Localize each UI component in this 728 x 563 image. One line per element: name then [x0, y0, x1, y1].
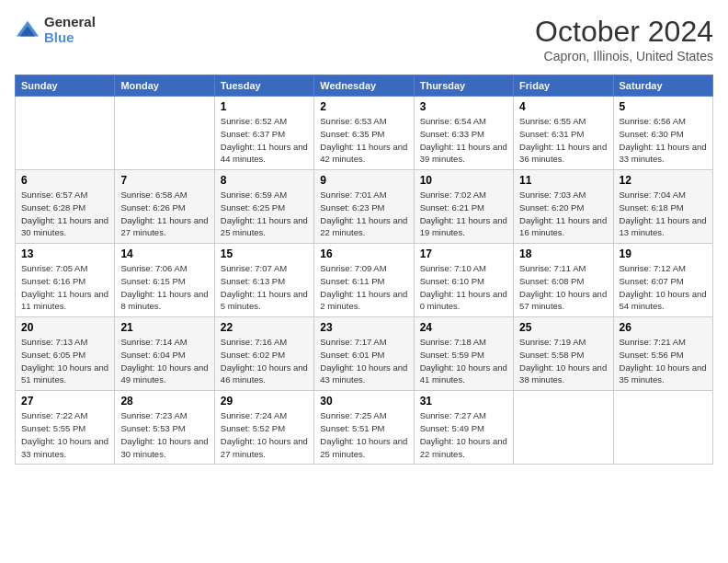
calendar-cell: 22Sunrise: 7:16 AMSunset: 6:02 PMDayligh… — [214, 317, 313, 391]
day-number: 6 — [21, 174, 108, 187]
day-info: Sunrise: 7:13 AMSunset: 6:05 PMDaylight:… — [21, 336, 108, 386]
day-info: Sunrise: 7:24 AMSunset: 5:52 PMDaylight:… — [221, 409, 308, 460]
calendar-cell: 18Sunrise: 7:11 AMSunset: 6:08 PMDayligh… — [514, 244, 613, 317]
day-number: 31 — [420, 395, 507, 408]
day-info: Sunrise: 7:05 AMSunset: 6:16 PMDaylight:… — [21, 262, 108, 313]
day-number: 16 — [320, 247, 407, 260]
day-info: Sunrise: 7:14 AMSunset: 6:04 PMDaylight:… — [120, 336, 208, 386]
day-header-monday: Monday — [115, 75, 214, 97]
page-header: General Blue October 2024 Capron, Illino… — [15, 15, 713, 63]
day-number: 2 — [320, 100, 407, 113]
day-info: Sunrise: 7:19 AMSunset: 5:58 PMDaylight:… — [519, 336, 607, 386]
month-title: October 2024 — [535, 15, 713, 49]
day-number: 27 — [21, 395, 108, 408]
day-header-saturday: Saturday — [613, 75, 712, 97]
calendar-cell: 11Sunrise: 7:03 AMSunset: 6:20 PMDayligh… — [514, 170, 613, 244]
calendar-cell — [115, 97, 214, 170]
calendar-cell: 23Sunrise: 7:17 AMSunset: 6:01 PMDayligh… — [314, 317, 414, 391]
title-block: October 2024 Capron, Illinois, United St… — [535, 15, 713, 63]
day-info: Sunrise: 7:12 AMSunset: 6:07 PMDaylight:… — [620, 262, 707, 313]
day-number: 1 — [221, 100, 308, 113]
day-number: 26 — [620, 321, 707, 334]
day-info: Sunrise: 7:23 AMSunset: 5:53 PMDaylight:… — [120, 409, 208, 460]
day-number: 4 — [519, 100, 607, 113]
day-number: 13 — [21, 247, 108, 260]
calendar-cell: 26Sunrise: 7:21 AMSunset: 5:56 PMDayligh… — [613, 317, 712, 391]
day-info: Sunrise: 6:53 AMSunset: 6:35 PMDaylight:… — [320, 115, 407, 166]
day-number: 23 — [320, 321, 407, 334]
calendar-table: SundayMondayTuesdayWednesdayThursdayFrid… — [15, 75, 713, 465]
calendar-cell: 24Sunrise: 7:18 AMSunset: 5:59 PMDayligh… — [414, 317, 513, 391]
calendar-cell — [16, 97, 115, 170]
day-info: Sunrise: 7:25 AMSunset: 5:51 PMDaylight:… — [320, 409, 407, 460]
day-info: Sunrise: 6:59 AMSunset: 6:25 PMDaylight:… — [221, 189, 308, 239]
logo-icon — [15, 17, 40, 43]
day-number: 7 — [120, 174, 208, 187]
day-number: 25 — [519, 321, 607, 334]
calendar-cell: 9Sunrise: 7:01 AMSunset: 6:23 PMDaylight… — [314, 170, 414, 244]
day-info: Sunrise: 7:22 AMSunset: 5:55 PMDaylight:… — [21, 409, 108, 460]
day-number: 3 — [420, 100, 507, 113]
calendar-cell: 28Sunrise: 7:23 AMSunset: 5:53 PMDayligh… — [115, 391, 214, 465]
day-header-friday: Friday — [514, 75, 613, 97]
day-info: Sunrise: 7:11 AMSunset: 6:08 PMDaylight:… — [519, 262, 607, 313]
day-info: Sunrise: 6:56 AMSunset: 6:30 PMDaylight:… — [620, 115, 707, 166]
day-number: 30 — [320, 395, 407, 408]
calendar-cell: 1Sunrise: 6:52 AMSunset: 6:37 PMDaylight… — [214, 97, 313, 170]
day-info: Sunrise: 6:54 AMSunset: 6:33 PMDaylight:… — [420, 115, 507, 166]
day-number: 9 — [320, 174, 407, 187]
day-info: Sunrise: 7:17 AMSunset: 6:01 PMDaylight:… — [320, 336, 407, 386]
calendar-cell: 30Sunrise: 7:25 AMSunset: 5:51 PMDayligh… — [314, 391, 414, 465]
logo-blue: Blue — [44, 30, 96, 46]
calendar-week-row: 6Sunrise: 6:57 AMSunset: 6:28 PMDaylight… — [16, 170, 713, 244]
calendar-cell: 17Sunrise: 7:10 AMSunset: 6:10 PMDayligh… — [414, 244, 513, 317]
calendar-cell: 31Sunrise: 7:27 AMSunset: 5:49 PMDayligh… — [414, 391, 513, 465]
day-number: 11 — [519, 174, 607, 187]
calendar-week-row: 1Sunrise: 6:52 AMSunset: 6:37 PMDaylight… — [16, 97, 713, 170]
location: Capron, Illinois, United States — [535, 49, 713, 63]
calendar-cell: 10Sunrise: 7:02 AMSunset: 6:21 PMDayligh… — [414, 170, 513, 244]
day-info: Sunrise: 7:02 AMSunset: 6:21 PMDaylight:… — [420, 189, 507, 239]
day-number: 19 — [620, 247, 707, 260]
day-info: Sunrise: 7:21 AMSunset: 5:56 PMDaylight:… — [620, 336, 707, 386]
day-number: 29 — [221, 395, 308, 408]
calendar-cell: 5Sunrise: 6:56 AMSunset: 6:30 PMDaylight… — [613, 97, 712, 170]
calendar-cell: 14Sunrise: 7:06 AMSunset: 6:15 PMDayligh… — [115, 244, 214, 317]
day-number: 18 — [519, 247, 607, 260]
day-number: 28 — [120, 395, 208, 408]
day-info: Sunrise: 6:55 AMSunset: 6:31 PMDaylight:… — [519, 115, 607, 166]
logo: General Blue — [15, 15, 96, 45]
calendar-cell: 27Sunrise: 7:22 AMSunset: 5:55 PMDayligh… — [16, 391, 115, 465]
day-info: Sunrise: 7:01 AMSunset: 6:23 PMDaylight:… — [320, 189, 407, 239]
day-number: 14 — [120, 247, 208, 260]
day-number: 21 — [120, 321, 208, 334]
day-number: 10 — [420, 174, 507, 187]
calendar-cell — [514, 391, 613, 465]
day-info: Sunrise: 7:09 AMSunset: 6:11 PMDaylight:… — [320, 262, 407, 313]
day-info: Sunrise: 6:57 AMSunset: 6:28 PMDaylight:… — [21, 189, 108, 239]
calendar-cell: 16Sunrise: 7:09 AMSunset: 6:11 PMDayligh… — [314, 244, 414, 317]
calendar-cell: 7Sunrise: 6:58 AMSunset: 6:26 PMDaylight… — [115, 170, 214, 244]
calendar-week-row: 27Sunrise: 7:22 AMSunset: 5:55 PMDayligh… — [16, 391, 713, 465]
day-info: Sunrise: 7:10 AMSunset: 6:10 PMDaylight:… — [420, 262, 507, 313]
calendar-cell: 12Sunrise: 7:04 AMSunset: 6:18 PMDayligh… — [613, 170, 712, 244]
day-info: Sunrise: 7:07 AMSunset: 6:13 PMDaylight:… — [221, 262, 308, 313]
day-info: Sunrise: 7:27 AMSunset: 5:49 PMDaylight:… — [420, 409, 507, 460]
calendar-cell: 25Sunrise: 7:19 AMSunset: 5:58 PMDayligh… — [514, 317, 613, 391]
day-info: Sunrise: 7:04 AMSunset: 6:18 PMDaylight:… — [620, 189, 707, 239]
calendar-cell: 3Sunrise: 6:54 AMSunset: 6:33 PMDaylight… — [414, 97, 513, 170]
day-header-sunday: Sunday — [16, 75, 115, 97]
day-info: Sunrise: 6:58 AMSunset: 6:26 PMDaylight:… — [120, 189, 208, 239]
calendar-cell: 13Sunrise: 7:05 AMSunset: 6:16 PMDayligh… — [16, 244, 115, 317]
calendar-cell: 2Sunrise: 6:53 AMSunset: 6:35 PMDaylight… — [314, 97, 414, 170]
day-number: 15 — [221, 247, 308, 260]
day-info: Sunrise: 7:06 AMSunset: 6:15 PMDaylight:… — [120, 262, 208, 313]
day-number: 5 — [620, 100, 707, 113]
day-header-thursday: Thursday — [414, 75, 513, 97]
day-number: 17 — [420, 247, 507, 260]
day-number: 20 — [21, 321, 108, 334]
logo-text: General Blue — [44, 15, 96, 45]
calendar-cell — [613, 391, 712, 465]
calendar-cell: 20Sunrise: 7:13 AMSunset: 6:05 PMDayligh… — [16, 317, 115, 391]
logo-general: General — [44, 15, 96, 30]
